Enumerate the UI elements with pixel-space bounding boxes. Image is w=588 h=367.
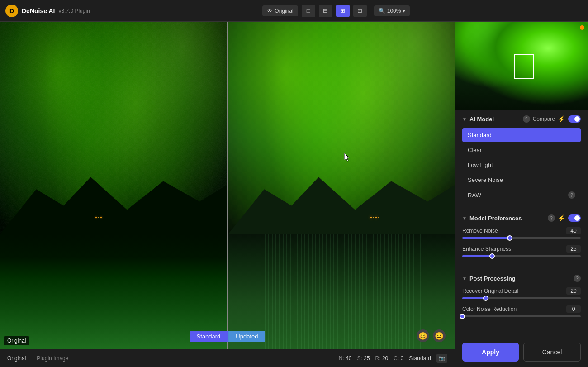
status-right: N: 40 S: 25 R: 20 C: 0 Standard 📷	[339, 354, 447, 363]
app-version: v3.7.0 Plugin	[58, 8, 90, 14]
lightning-icon[interactable]: ⚡	[558, 115, 565, 123]
ai-model-collapse-icon[interactable]: ▼	[462, 117, 467, 122]
zoom-icon: 🔍	[379, 8, 385, 14]
color-noise-value[interactable]: 0	[566, 305, 581, 313]
model-option-raw[interactable]: RAW ?	[462, 188, 581, 202]
status-bar: Original Plugin Image N: 40 S: 25 R: 20 …	[0, 349, 455, 367]
svg-marker-1	[228, 177, 455, 234]
post-processing-help-icon[interactable]: ?	[574, 275, 581, 282]
recover-detail-value[interactable]: 20	[566, 287, 581, 295]
action-buttons: Apply Cancel	[455, 337, 588, 367]
remove-noise-fill	[462, 237, 510, 239]
recover-detail-slider-row: Recover Original Detail 20	[462, 287, 581, 299]
image-container: Original	[0, 22, 455, 349]
model-preferences-header: ▼ Model Preferences ? ⚡	[462, 214, 581, 222]
cancel-button[interactable]: Cancel	[523, 343, 581, 362]
viewport-indicator	[514, 54, 534, 79]
remove-noise-track[interactable]	[462, 237, 581, 239]
processed-image-panel[interactable]	[228, 22, 455, 349]
right-panel: ▼ AI Model ? Compare ⚡ Standard Clear Lo…	[455, 22, 588, 367]
color-noise-track[interactable]	[462, 315, 581, 317]
model-option-low-light[interactable]: Low Light	[462, 158, 581, 172]
enhance-sharpness-label: Enhance Sharpness	[462, 246, 511, 252]
lightning-icon-2[interactable]: ⚡	[558, 214, 565, 222]
compare-label: Compare	[533, 116, 555, 122]
view-single-button[interactable]: □	[302, 5, 315, 17]
enhance-sharpness-value[interactable]: 25	[566, 245, 581, 253]
original-label: Original	[4, 336, 29, 345]
view-quad-button[interactable]: ⊡	[353, 5, 367, 17]
recover-detail-thumb[interactable]	[483, 296, 488, 301]
enhance-sharpness-fill	[462, 255, 492, 257]
post-processing-title: Post Processing	[469, 275, 571, 282]
color-noise-label: Color Noise Reduction	[462, 306, 517, 312]
remove-noise-value[interactable]: 40	[566, 227, 581, 234]
ai-model-toggle[interactable]	[568, 115, 581, 123]
sharpness-s-label: S: 25	[357, 355, 370, 362]
original-image	[0, 22, 227, 349]
orange-dot	[580, 25, 584, 30]
main-content: Original	[0, 22, 588, 367]
post-processing-collapse-icon[interactable]: ▼	[462, 276, 467, 281]
noise-n-label: N: 40	[339, 355, 352, 362]
remove-noise-thumb[interactable]	[507, 235, 512, 241]
zoom-control[interactable]: 🔍 100% ▾	[374, 5, 410, 16]
color-noise-slider-row: Color Noise Reduction 0	[462, 305, 581, 317]
processed-image	[228, 22, 455, 349]
plugin-image-status: Plugin Image	[37, 355, 68, 362]
recover-detail-label: Recover Original Detail	[462, 288, 518, 294]
enhance-sharpness-slider-row: Enhance Sharpness 25	[462, 245, 581, 257]
svg-marker-0	[0, 177, 227, 234]
standard-status: Standard	[409, 355, 431, 362]
ai-model-help-icon[interactable]: ?	[523, 115, 530, 123]
model-prefs-collapse-icon[interactable]: ▼	[462, 216, 467, 221]
feedback-icons: 😊 😐	[417, 329, 446, 342]
original-toggle-button[interactable]: 👁 Original	[262, 5, 298, 16]
thumbnail-preview	[455, 22, 588, 110]
recover-detail-track[interactable]	[462, 297, 581, 299]
enhance-sharpness-track[interactable]	[462, 255, 581, 257]
model-preferences-title: Model Preferences	[469, 215, 545, 222]
enhance-sharpness-thumb[interactable]	[489, 253, 495, 259]
raw-help-icon[interactable]: ?	[568, 191, 575, 199]
apply-button[interactable]: Apply	[462, 343, 519, 362]
standard-badge[interactable]: Standard	[190, 331, 228, 342]
camera-button[interactable]: 📷	[436, 354, 447, 363]
logo-icon: D	[5, 5, 18, 17]
compare-badges: Standard Updated	[190, 331, 266, 342]
header-controls: 👁 Original □ ⊟ ⊞ ⊡ 🔍 100% ▾	[90, 5, 583, 17]
original-status-label: Original	[7, 355, 26, 362]
app-logo: D DeNoise AI v3.7.0 Plugin	[5, 5, 90, 17]
plugin-image-label: Plugin Image	[37, 355, 68, 362]
post-processing-header: ▼ Post Processing ?	[462, 275, 581, 282]
model-preferences-toggle[interactable]	[568, 214, 581, 222]
eye-icon: 👁	[267, 8, 272, 14]
model-preferences-section: ▼ Model Preferences ? ⚡ Remove Noise 40	[455, 209, 588, 269]
view-split-h-button[interactable]: ⊟	[319, 5, 332, 17]
ai-model-section: ▼ AI Model ? Compare ⚡ Standard Clear Lo…	[455, 110, 588, 209]
recover-detail-fill	[462, 297, 486, 299]
chevron-down-icon: ▾	[403, 8, 405, 14]
color-c-label: C: 0	[394, 355, 403, 362]
happy-face-button[interactable]: 😊	[417, 329, 429, 342]
model-option-standard[interactable]: Standard	[462, 128, 581, 142]
ai-model-header: ▼ AI Model ? Compare ⚡	[462, 115, 581, 123]
post-processing-section: ▼ Post Processing ? Recover Original Det…	[455, 269, 588, 329]
app-name: DeNoise AI	[22, 7, 55, 14]
ai-model-title: AI Model	[469, 116, 520, 123]
original-status: Original	[7, 355, 26, 362]
model-option-clear[interactable]: Clear	[462, 143, 581, 157]
canvas-area[interactable]: Original	[0, 22, 455, 367]
recover-r-label: R: 20	[375, 355, 389, 362]
remove-noise-slider-row: Remove Noise 40	[462, 227, 581, 239]
model-option-severe-noise[interactable]: Severe Noise	[462, 173, 581, 187]
view-split-v-button[interactable]: ⊞	[336, 5, 350, 17]
remove-noise-label: Remove Noise	[462, 228, 498, 234]
color-noise-thumb[interactable]	[460, 314, 465, 319]
app-header: D DeNoise AI v3.7.0 Plugin 👁 Original □ …	[0, 0, 588, 22]
model-prefs-help-icon[interactable]: ?	[548, 214, 555, 222]
original-image-panel: Original	[0, 22, 228, 349]
updated-badge[interactable]: Updated	[228, 331, 265, 342]
neutral-face-button[interactable]: 😐	[433, 329, 446, 342]
